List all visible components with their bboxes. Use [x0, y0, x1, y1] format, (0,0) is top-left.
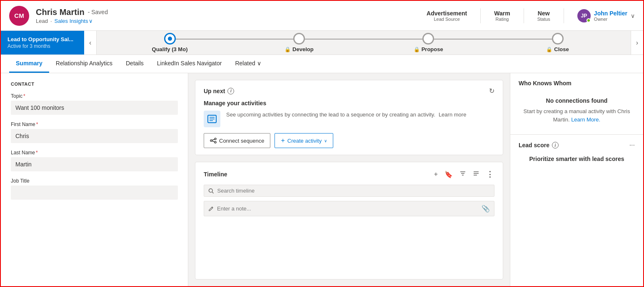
sales-insights-link[interactable]: Sales Insights ∨: [55, 18, 93, 24]
stage-label-propose: Propose: [422, 46, 443, 52]
dot-separator: ·: [50, 18, 52, 24]
pencil-icon: [208, 206, 214, 212]
refresh-icon[interactable]: ↻: [489, 87, 494, 95]
tab-relationship-analytics[interactable]: Relationship Analytics: [49, 55, 119, 73]
activity-icon: [204, 111, 220, 127]
stage-steps: Qualify (3 Mo) 🔒 Develop 🔒 Propose: [97, 31, 630, 54]
header-subtitle: Lead · Sales Insights ∨: [36, 18, 420, 24]
svg-point-15: [209, 188, 212, 192]
no-connections-title: No connections found: [519, 97, 635, 104]
owner-section: JP John Peltier Owner ∨: [577, 9, 635, 22]
stage-step-develop[interactable]: 🔒 Develop: [235, 33, 364, 52]
related-label: Related: [235, 60, 255, 67]
meta-divider-1: [480, 8, 481, 23]
who-knows-learn-more-link[interactable]: Learn More.: [571, 116, 600, 123]
meta-lead-source: Advertisement Lead Source: [427, 10, 467, 22]
timeline-title: Timeline: [204, 171, 227, 178]
tab-related[interactable]: Related ∨: [228, 55, 267, 73]
lead-source-label: Lead Source: [434, 17, 459, 22]
up-next-desc: See upcoming activities by connecting th…: [226, 111, 466, 119]
stage-nav-right[interactable]: ›: [631, 31, 643, 54]
contact-section-label: CONTACT: [11, 82, 178, 87]
record-type-label: Lead: [36, 18, 48, 24]
stage-lead-sub: Active for 3 months: [7, 43, 77, 49]
stage-lead-info: Lead to Opportunity Sal... Active for 3 …: [1, 31, 84, 54]
connect-sequence-button[interactable]: Connect sequence: [204, 133, 270, 148]
stage-label-develop: Develop: [292, 46, 314, 52]
field-last-name: Last Name *: [11, 150, 178, 171]
timeline-list-button[interactable]: [472, 169, 480, 179]
stage-circle-qualify: [164, 33, 176, 45]
stage-step-propose[interactable]: 🔒 Propose: [364, 33, 493, 52]
create-activity-label: Create activity: [287, 138, 322, 144]
owner-label: Owner: [594, 17, 627, 22]
lead-score-title: Lead score i: [519, 142, 559, 148]
timeline-bookmark-button[interactable]: 🔖: [444, 170, 454, 179]
topic-label: Topic *: [11, 93, 178, 99]
timeline-note: 📎: [204, 201, 494, 216]
stage-label-qualify: Qualify (3 Mo): [152, 46, 188, 52]
search-icon: [208, 188, 214, 194]
timeline-note-input[interactable]: [217, 205, 478, 212]
stage-step-qualify[interactable]: Qualify (3 Mo): [105, 33, 234, 52]
rating-value: Warm: [494, 10, 510, 17]
lock-icon-propose: 🔒: [414, 47, 420, 52]
online-indicator: [587, 18, 591, 22]
first-name-input[interactable]: [11, 129, 178, 143]
timeline-more-button[interactable]: ⋮: [485, 169, 494, 180]
stage-label-close: Close: [554, 46, 569, 52]
stage-circle-develop: [293, 33, 305, 45]
up-next-title: Up next i: [204, 88, 234, 94]
stage-circle-propose: [422, 33, 434, 45]
tab-summary[interactable]: Summary: [9, 55, 49, 73]
avatar-cm: CM: [9, 6, 29, 26]
up-next-body: See upcoming activities by connecting th…: [204, 111, 494, 127]
learn-more-link[interactable]: Learn more: [439, 111, 466, 118]
stage-circle-close: [552, 33, 564, 45]
tabs-bar: Summary Relationship Analytics Details L…: [1, 55, 643, 73]
create-activity-chevron: ∨: [324, 139, 327, 143]
lead-score-more-button[interactable]: ···: [629, 141, 635, 149]
status-label: Status: [537, 17, 550, 22]
up-next-body-title: Manage your activities: [204, 100, 494, 106]
topic-required: *: [23, 93, 25, 99]
field-topic: Topic *: [11, 93, 178, 115]
stage-nav-left[interactable]: ‹: [84, 31, 97, 54]
svg-line-16: [212, 192, 213, 193]
up-next-description: See upcoming activities by connecting th…: [226, 111, 435, 118]
timeline-add-button[interactable]: +: [433, 170, 439, 179]
timeline-search-input[interactable]: [217, 188, 490, 194]
lead-score-info-icon[interactable]: i: [552, 142, 559, 148]
meta-rating: Warm Rating: [494, 10, 510, 22]
lock-icon-close: 🔒: [546, 47, 552, 52]
header-title-row: Chris Martin - Saved: [36, 7, 420, 17]
stage-step-close[interactable]: 🔒 Close: [493, 33, 622, 52]
create-activity-button[interactable]: + Create activity ∨: [275, 133, 333, 148]
tab-linkedin[interactable]: LinkedIn Sales Navigator: [150, 55, 229, 73]
last-name-input[interactable]: [11, 157, 178, 171]
field-job-title: Job Title: [11, 178, 178, 200]
no-connections: No connections found Start by creating a…: [519, 93, 635, 128]
related-chevron: ∨: [257, 60, 261, 67]
tab-details[interactable]: Details: [119, 55, 150, 73]
up-next-actions: Connect sequence + Create activity ∨: [204, 133, 494, 148]
sales-insights-label: Sales Insights: [55, 18, 88, 24]
owner-name[interactable]: John Peltier: [594, 10, 627, 17]
lead-score-card: Lead score i ··· Prioritize smarter with…: [510, 135, 643, 169]
job-title-input[interactable]: [11, 186, 178, 200]
main-content: CONTACT Topic * First Name * Last Name: [1, 73, 643, 286]
up-next-header: Up next i ↻: [204, 87, 494, 95]
meta-divider-3: [564, 8, 564, 23]
connect-sequence-label: Connect sequence: [219, 138, 264, 144]
timeline-card: Timeline + 🔖: [195, 162, 503, 280]
stage-bar: Lead to Opportunity Sal... Active for 3 …: [1, 31, 643, 55]
owner-chevron[interactable]: ∨: [631, 12, 635, 19]
topic-input[interactable]: [11, 101, 178, 115]
svg-line-7: [212, 139, 215, 140]
timeline-filter-button[interactable]: [459, 169, 467, 179]
first-name-required: *: [36, 121, 38, 127]
avatar-jp: JP: [577, 9, 591, 22]
svg-point-4: [210, 140, 212, 141]
timeline-search: [204, 185, 494, 197]
up-next-info-icon[interactable]: i: [227, 88, 234, 94]
